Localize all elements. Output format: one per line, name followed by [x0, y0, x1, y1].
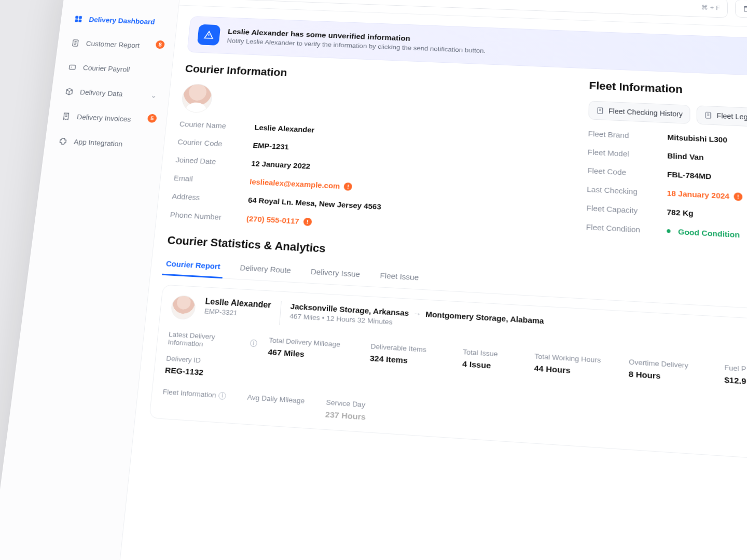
- trip-avatar: [170, 295, 196, 320]
- sidebar-item-label: Customer Report: [86, 40, 140, 50]
- receipt-icon: [61, 111, 72, 121]
- courier-info-section: Courier Information Courier Name Leslie …: [170, 63, 560, 239]
- info-icon: i: [218, 391, 227, 399]
- grid-icon: [73, 15, 84, 24]
- stat-label: Total Working Hours: [534, 352, 617, 365]
- fleet-legal-chip[interactable]: Fleet Legal Documents: [697, 105, 747, 129]
- field-label: Address: [172, 192, 248, 204]
- field-label: Courier Code: [177, 137, 254, 149]
- field-label: Fleet Brand: [588, 129, 667, 141]
- wallet-icon: [67, 62, 78, 72]
- svg-rect-2: [75, 16, 78, 19]
- badge: 8: [155, 40, 165, 49]
- warning-badge-icon: !: [344, 182, 353, 190]
- svg-rect-4: [75, 19, 78, 22]
- box-icon: [64, 87, 75, 96]
- sidebar-item-label: Delivery Dashboard: [89, 16, 156, 25]
- warning-badge-icon: !: [734, 192, 742, 201]
- svg-rect-3: [79, 16, 82, 19]
- fleet-condition-value: Good Condition: [667, 227, 747, 253]
- warning-icon: [197, 24, 221, 46]
- courier-code-value: EMP-1231: [253, 141, 558, 164]
- chip-label: Fleet Checking History: [608, 107, 683, 118]
- fuel-value: $12.9: [724, 375, 747, 388]
- joined-date-value: 12 January 2022: [251, 159, 558, 183]
- sidebar-item-label: Delivery Data: [79, 88, 123, 97]
- tab-fleet-issue[interactable]: Fleet Issue: [378, 265, 420, 289]
- delivery-logs-button[interactable]: Delivery Logs ⌄: [735, 0, 747, 20]
- email-value: lesliealex@example.com!: [250, 177, 557, 201]
- puzzle-icon: [58, 136, 68, 146]
- sidebar-item-courier-payroll[interactable]: Courier Payroll: [61, 57, 166, 81]
- svg-rect-9: [744, 6, 747, 11]
- field-label: Last Checking: [587, 185, 667, 197]
- search-kbd: ⌘ + F: [701, 4, 720, 11]
- field-label: Email: [173, 174, 250, 186]
- mileage-value: 467 Miles: [268, 347, 358, 362]
- tab-delivery-route[interactable]: Delivery Route: [238, 258, 293, 282]
- fleet-info-section: Fleet Information Fleet Checking History…: [586, 79, 747, 253]
- stat-label: Total Delivery Milleage: [269, 336, 359, 349]
- document-icon: [596, 106, 604, 115]
- stat-label: Fleet Informationi: [162, 388, 227, 400]
- chip-label: Fleet Legal Documents: [716, 111, 747, 123]
- field-label: Phone Number: [170, 210, 247, 222]
- sidebar-item-delivery-data[interactable]: Delivery Data ⌄: [57, 81, 163, 106]
- field-label: Joined Date: [175, 156, 252, 167]
- sidebar-item-label: App Integration: [73, 138, 123, 148]
- document-icon: [704, 111, 712, 119]
- chevron-down-icon: ⌄: [150, 91, 158, 99]
- info-icon: i: [250, 339, 257, 347]
- courier-avatar: [181, 83, 213, 114]
- tab-courier-report[interactable]: Courier Report: [164, 254, 223, 278]
- stat-label: Latest Delivery Informationi: [168, 330, 258, 352]
- tab-delivery-issue[interactable]: Delivery Issue: [309, 262, 362, 286]
- overtime-value: 8 Hours: [629, 369, 712, 384]
- stat-label: Overtime Delivery: [629, 358, 712, 371]
- items-value: 324 Items: [369, 354, 450, 368]
- trip-card: Leslie Alexander EMP-3321 Jacksonville S…: [149, 285, 747, 475]
- badge: 5: [147, 114, 157, 123]
- phone-value: (270) 555-0117!: [246, 214, 556, 239]
- arrow-right-icon: →: [413, 309, 421, 318]
- field-label: Fleet Capacity: [586, 204, 667, 217]
- svg-rect-7: [69, 65, 75, 69]
- sidebar-item-label: Courier Payroll: [82, 64, 130, 73]
- section-title: Courier Information: [185, 63, 560, 91]
- svg-rect-5: [78, 19, 81, 22]
- stat-label: Avg Daily Mileage: [247, 393, 305, 405]
- service-hours-value: 237 Hours: [325, 410, 366, 422]
- hours-value: 44 Hours: [534, 363, 616, 379]
- stat-label: Total Issue: [463, 348, 523, 359]
- stat-label: Delivery ID: [166, 354, 235, 366]
- sidebar-item-delivery-dashboard[interactable]: Delivery Dashboard: [66, 9, 171, 32]
- fleet-history-chip[interactable]: Fleet Checking History: [588, 101, 690, 124]
- sidebar-item-customer-report[interactable]: Customer Report 8: [64, 33, 169, 57]
- delivery-id-value: REG-1132: [164, 366, 233, 380]
- field-label: Fleet Code: [587, 166, 667, 178]
- stat-label: Deliverable Items: [370, 342, 451, 355]
- field-label: Courier Name: [179, 120, 255, 131]
- document-icon: [70, 38, 81, 48]
- main: Search Stock or Orders ⌘ + F Delivery Lo…: [118, 0, 747, 560]
- issue-value: 4 Issue: [462, 359, 522, 373]
- sidebar-item-app-integration[interactable]: App Integration: [51, 131, 158, 156]
- sidebar-item-delivery-invoices[interactable]: Delivery Invoices 5: [54, 106, 160, 131]
- courier-name-value: Leslie Alexander: [254, 123, 559, 145]
- field-label: Fleet Condition: [586, 222, 667, 235]
- stat-label: Service Day: [326, 398, 367, 409]
- calendar-icon: [743, 5, 747, 12]
- sidebar-item-label: Delivery Invoices: [76, 113, 131, 123]
- warning-badge-icon: !: [303, 217, 312, 226]
- stat-label: Fuel P: [724, 363, 747, 375]
- field-label: Fleet Model: [588, 148, 667, 160]
